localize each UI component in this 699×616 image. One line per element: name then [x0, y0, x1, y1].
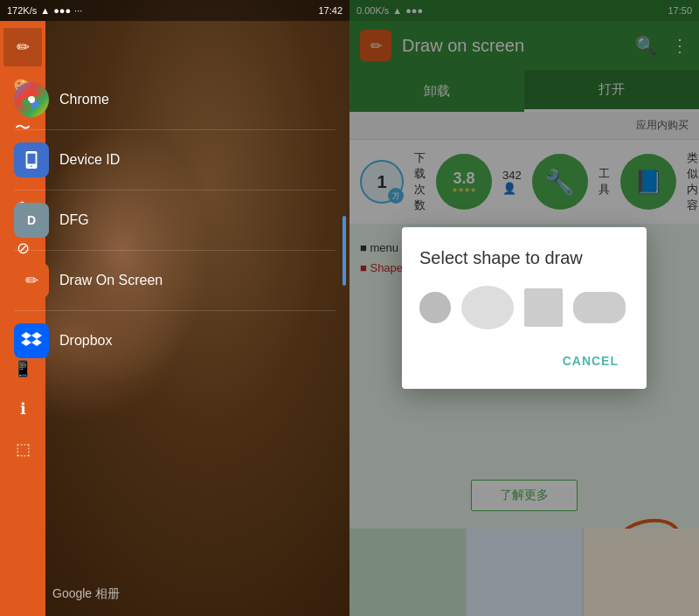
list-item[interactable]: ✏ Draw On Screen [0, 251, 350, 310]
draw-on-screen-label: Draw On Screen [59, 273, 163, 288]
device-id-icon [14, 142, 49, 177]
shape-rounded-rect[interactable] [573, 292, 626, 323]
left-status-info: 172K/s ▲ ●●● ··· [7, 5, 82, 16]
dialog-actions: CANCEL [419, 347, 629, 375]
chrome-icon [14, 82, 49, 117]
left-app-list: Chrome Device ID D DFG ✏ Draw [0, 70, 350, 370]
device-id-label: Device ID [59, 152, 120, 168]
shape-large-circle[interactable] [461, 286, 514, 329]
small-circle-shape [419, 292, 451, 323]
dialog-overlay: Select shape to draw CANCEL [350, 0, 699, 616]
left-status-bar: 172K/s ▲ ●●● ··· 17:42 [0, 0, 350, 21]
scroll-indicator [343, 216, 346, 286]
left-status-right: 17:42 [318, 5, 343, 16]
dfg-icon: D [14, 203, 49, 238]
sidebar-pencil-icon[interactable]: ✏ [3, 28, 42, 66]
left-time: 17:42 [318, 5, 343, 16]
sidebar-exit-icon[interactable]: ⬚ [3, 430, 42, 468]
wifi-icon: ▲ [40, 5, 50, 16]
dfg-label: DFG [59, 212, 89, 228]
right-panel: 0.00K/s ▲ ●●● 17:50 ✏ Draw on screen 🔍 ⋮… [350, 0, 699, 616]
select-shape-dialog: Select shape to draw CANCEL [402, 227, 647, 389]
cancel-button[interactable]: CANCEL [552, 347, 629, 375]
shape-options-row [419, 286, 629, 329]
network-speed: 172K/s [7, 5, 37, 16]
list-item[interactable]: D DFG [0, 190, 350, 250]
shape-small-circle[interactable] [419, 292, 451, 323]
rect-shape [524, 288, 563, 327]
dropbox-label: Dropbox [59, 333, 112, 349]
dialog-title: Select shape to draw [419, 248, 629, 268]
list-item[interactable]: Dropbox [0, 311, 350, 370]
google-photos-label: Google 相册 [52, 586, 120, 602]
large-circle-shape [461, 286, 514, 329]
dropbox-icon [14, 323, 49, 358]
signal-icon: ●●● [53, 5, 71, 16]
menu-icon: ··· [74, 5, 82, 16]
svg-point-1 [29, 97, 34, 102]
list-item[interactable]: Chrome [0, 70, 350, 129]
chrome-label: Chrome [59, 92, 109, 107]
draw-on-screen-icon: ✏ [14, 263, 49, 298]
list-item[interactable]: Device ID [0, 130, 350, 190]
shape-rectangle[interactable] [524, 288, 563, 327]
rounded-rect-shape [573, 292, 626, 323]
left-panel: 172K/s ▲ ●●● ··· 17:42 ✏ 🎨 〜 ↩ 🗑 ⊘ ✳ ◇ 📱… [0, 0, 350, 616]
sidebar-info-icon[interactable]: ℹ [3, 390, 42, 428]
